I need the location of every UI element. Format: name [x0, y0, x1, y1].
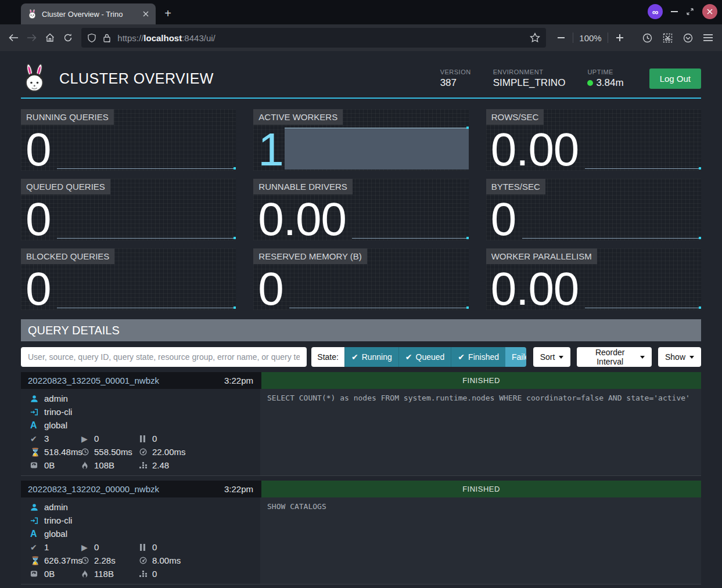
- back-icon[interactable]: [6, 28, 21, 47]
- query-user: admin: [44, 502, 260, 512]
- stat-card-worker-parallelism: WORKER PARALLELISM 0.00: [486, 248, 701, 310]
- running-splits: 0: [94, 542, 139, 552]
- stat-label: WORKER PARALLELISM: [486, 248, 597, 264]
- query-search-input[interactable]: [21, 347, 307, 367]
- wall-time-hourglass-icon: ⌛: [30, 557, 44, 565]
- state-filter-label: State:: [311, 347, 344, 367]
- sort-dropdown[interactable]: Sort: [533, 347, 571, 367]
- cpu-time: 22.00ms: [152, 447, 260, 457]
- environment-info: ENVIRONMENT SIMPLE_TRINO: [493, 68, 566, 89]
- running-splits: 0: [94, 434, 139, 443]
- show-dropdown[interactable]: Show: [658, 347, 701, 367]
- query-id-link[interactable]: 20220823_132202_00000_nwbzk: [28, 484, 159, 494]
- cumulative-memory: 118B: [94, 569, 139, 579]
- new-tab-button[interactable]: +: [159, 5, 177, 22]
- caret-down-icon: [640, 356, 645, 359]
- query-row: 20220823_132205_00001_nwbzk 3:22pm FINIS…: [21, 372, 701, 476]
- resource-group-icon: A: [30, 529, 44, 539]
- completed-splits-icon: ✔: [30, 543, 44, 551]
- stat-value: 0.00: [491, 127, 579, 173]
- cpu-gauge-icon: [139, 448, 152, 456]
- filter-failed-dropdown[interactable]: Failed: [505, 347, 526, 367]
- pocket-icon[interactable]: [680, 28, 696, 47]
- query-filter-bar: State: ✔Running ✔Queued ✔Finished Failed: [21, 347, 701, 367]
- query-source: trino-cli: [44, 515, 260, 525]
- stat-label: RESERVED MEMORY (B): [253, 248, 367, 264]
- query-time: 3:22pm: [224, 484, 253, 494]
- bookmark-star-icon[interactable]: [530, 33, 540, 43]
- queued-splits: 0: [152, 542, 260, 552]
- query-details-header: QUERY DETAILS: [21, 319, 701, 341]
- stat-card-queued-queries: QUEUED QUERIES 0: [21, 179, 236, 240]
- query-sql-text: SHOW CATALOGS: [260, 497, 701, 584]
- parallelism: 2.48: [152, 460, 260, 470]
- query-state-badge: FINISHED: [260, 481, 701, 497]
- stat-value: 0: [26, 266, 51, 312]
- query-sql-text: SELECT COUNT(*) as nodes FROM system.run…: [260, 389, 701, 475]
- url-bar[interactable]: https://localhost:8443/ui/: [81, 28, 546, 48]
- zoom-in-icon[interactable]: [610, 28, 629, 47]
- stat-value: 0.00: [491, 266, 579, 312]
- sparkline: [289, 308, 468, 308]
- zoom-level[interactable]: 100%: [576, 33, 605, 43]
- completed-splits: 1: [44, 542, 81, 552]
- home-icon[interactable]: [42, 28, 58, 47]
- forward-icon[interactable]: [24, 28, 39, 47]
- running-splits-icon: ▶: [81, 435, 94, 443]
- trino-favicon-icon: [28, 9, 37, 19]
- stat-value: 0: [491, 196, 516, 243]
- browser-titlebar: Cluster Overview - Trino + ∞: [0, 0, 722, 24]
- query-id-link[interactable]: 20220823_132205_00001_nwbzk: [28, 376, 159, 385]
- wall-time: 626.37ms: [44, 555, 81, 565]
- history-clock-icon[interactable]: [640, 28, 655, 47]
- trino-logo-icon: [21, 63, 49, 93]
- reload-icon[interactable]: [60, 28, 76, 47]
- url-text: https://localhost:8443/ui/: [117, 33, 530, 43]
- stat-value: 1: [258, 127, 283, 173]
- page-title: CLUSTER OVERVIEW: [59, 70, 214, 87]
- restore-window-icon[interactable]: [686, 8, 694, 16]
- sparkline: [57, 308, 236, 308]
- minimize-icon[interactable]: [671, 11, 678, 12]
- wall-time-hourglass-icon: ⌛: [30, 448, 44, 456]
- stat-value: 0: [258, 266, 283, 312]
- check-icon: ✔: [405, 352, 412, 362]
- logout-button[interactable]: Log Out: [649, 68, 701, 89]
- tracking-shield-icon[interactable]: [87, 33, 96, 43]
- resource-group-icon: A: [30, 421, 44, 430]
- query-source: trino-cli: [44, 407, 260, 417]
- sparkline: [522, 238, 701, 239]
- connection-lock-icon[interactable]: [102, 33, 112, 43]
- private-browsing-icon: ∞: [648, 4, 663, 19]
- reorder-interval-dropdown[interactable]: Reorder Interval: [577, 347, 652, 367]
- elapsed-time: 558.50ms: [94, 447, 139, 457]
- sparkline: [585, 308, 701, 308]
- query-time: 3:22pm: [224, 376, 253, 385]
- browser-tab[interactable]: Cluster Overview - Trino: [21, 3, 156, 24]
- menu-hamburger-icon[interactable]: [701, 28, 716, 47]
- query-user: admin: [44, 394, 260, 403]
- caret-down-icon: [559, 356, 563, 359]
- stat-card-active-workers: ACTIVE WORKERS 1: [253, 109, 468, 171]
- screenshot-icon[interactable]: [660, 28, 676, 47]
- current-memory-scale-icon: [30, 570, 44, 578]
- elapsed-clock-icon: [81, 448, 94, 456]
- stat-card-rows-sec: ROWS/SEC 0.00: [486, 109, 701, 171]
- check-icon: ✔: [351, 352, 358, 362]
- tab-title: Cluster Overview - Trino: [42, 10, 141, 19]
- tab-close-icon[interactable]: [141, 9, 151, 19]
- elapsed-clock-icon: [81, 557, 94, 564]
- running-splits-icon: ▶: [81, 543, 94, 551]
- filter-finished-button[interactable]: ✔Finished: [451, 347, 505, 367]
- browser-window: Cluster Overview - Trino + ∞: [0, 0, 722, 588]
- close-window-icon[interactable]: [702, 4, 717, 19]
- wall-time: 518.48ms: [44, 447, 81, 457]
- cumulative-memory-fire-icon: [81, 461, 94, 470]
- zoom-out-icon[interactable]: [552, 28, 570, 47]
- filter-running-button[interactable]: ✔Running: [344, 347, 398, 367]
- current-memory: 0B: [44, 569, 81, 579]
- parallelism-chart-icon: [139, 571, 152, 578]
- stat-value: 0.00: [258, 196, 346, 243]
- filter-queued-button[interactable]: ✔Queued: [398, 347, 451, 367]
- browser-toolbar: https://localhost:8443/ui/ 100%: [0, 24, 722, 51]
